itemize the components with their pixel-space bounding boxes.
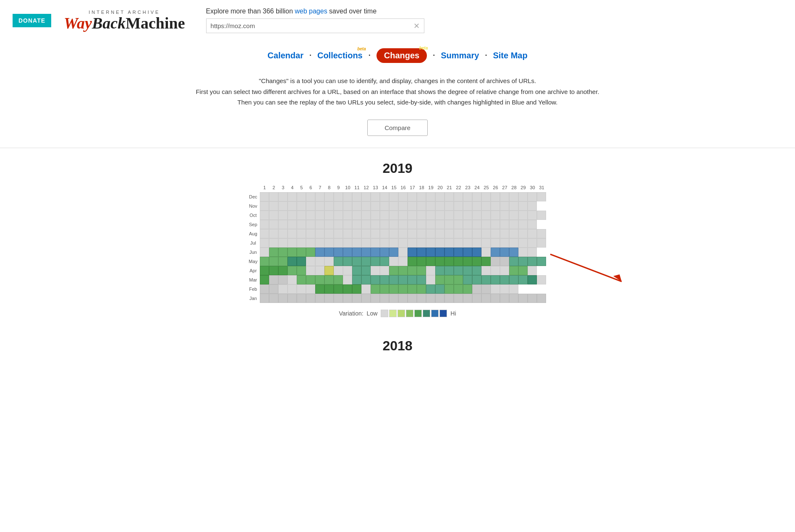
- cal-cell-may-26[interactable]: [491, 257, 500, 266]
- cal-cell-aug-8[interactable]: [324, 229, 334, 238]
- cal-cell-jun-2[interactable]: [269, 248, 278, 257]
- cal-cell-apr-14[interactable]: [380, 266, 389, 275]
- cal-cell-may-19[interactable]: [426, 257, 435, 266]
- cal-cell-jun-30[interactable]: [528, 248, 537, 257]
- cal-cell-may-16[interactable]: [398, 257, 408, 266]
- cal-cell-sep-2[interactable]: [269, 220, 278, 229]
- cal-cell-jun-28[interactable]: [509, 248, 518, 257]
- cal-cell-jan-28[interactable]: [509, 294, 518, 303]
- cal-cell-jun-19[interactable]: [426, 248, 435, 257]
- cal-cell-nov-21[interactable]: [445, 201, 454, 211]
- cal-cell-may-25[interactable]: [481, 257, 491, 266]
- cal-cell-mar-19[interactable]: [426, 275, 435, 284]
- cal-cell-mar-14[interactable]: [380, 275, 389, 284]
- cal-cell-feb-5[interactable]: [297, 284, 306, 294]
- cal-cell-jul-21[interactable]: [445, 238, 454, 248]
- cal-cell-feb-4[interactable]: [288, 284, 297, 294]
- cal-cell-jul-18[interactable]: [417, 238, 426, 248]
- cal-cell-jun-25[interactable]: [481, 248, 491, 257]
- cal-cell-may-1[interactable]: [260, 257, 269, 266]
- cal-cell-may-29[interactable]: [518, 257, 528, 266]
- cal-cell-jul-22[interactable]: [454, 238, 463, 248]
- cal-cell-mar-30[interactable]: [528, 275, 537, 284]
- cal-cell-dec-5[interactable]: [297, 192, 306, 201]
- cal-cell-dec-3[interactable]: [278, 192, 288, 201]
- cal-cell-feb-9[interactable]: [334, 284, 343, 294]
- donate-button[interactable]: DONATE: [13, 14, 51, 27]
- url-search-input[interactable]: [207, 19, 409, 33]
- cal-cell-sep-1[interactable]: [260, 220, 269, 229]
- cal-cell-oct-26[interactable]: [491, 211, 500, 220]
- cal-cell-aug-27[interactable]: [500, 229, 509, 238]
- cal-cell-jul-19[interactable]: [426, 238, 435, 248]
- cal-cell-nov-8[interactable]: [324, 201, 334, 211]
- cal-cell-oct-31[interactable]: [537, 211, 546, 220]
- cal-cell-feb-18[interactable]: [417, 284, 426, 294]
- cal-cell-aug-14[interactable]: [380, 229, 389, 238]
- cal-cell-jan-24[interactable]: [472, 294, 481, 303]
- cal-cell-oct-21[interactable]: [445, 211, 454, 220]
- cal-cell-dec-6[interactable]: [306, 192, 315, 201]
- cal-cell-apr-24[interactable]: [472, 266, 481, 275]
- cal-cell-apr-19[interactable]: [426, 266, 435, 275]
- cal-cell-oct-13[interactable]: [371, 211, 380, 220]
- cal-cell-apr-25[interactable]: [481, 266, 491, 275]
- cal-cell-jul-25[interactable]: [481, 238, 491, 248]
- cal-cell-sep-22[interactable]: [454, 220, 463, 229]
- cal-cell-may-4[interactable]: [288, 257, 297, 266]
- cal-cell-feb-10[interactable]: [343, 284, 352, 294]
- cal-cell-mar-24[interactable]: [472, 275, 481, 284]
- cal-cell-aug-25[interactable]: [481, 229, 491, 238]
- cal-cell-mar-12[interactable]: [361, 275, 371, 284]
- cal-cell-may-9[interactable]: [334, 257, 343, 266]
- cal-cell-may-11[interactable]: [352, 257, 361, 266]
- cal-cell-jun-4[interactable]: [288, 248, 297, 257]
- cal-cell-oct-11[interactable]: [352, 211, 361, 220]
- cal-cell-may-10[interactable]: [343, 257, 352, 266]
- cal-cell-aug-11[interactable]: [352, 229, 361, 238]
- cal-cell-nov-23[interactable]: [463, 201, 472, 211]
- cal-cell-oct-7[interactable]: [315, 211, 324, 220]
- cal-cell-apr-22[interactable]: [454, 266, 463, 275]
- cal-cell-feb-2[interactable]: [269, 284, 278, 294]
- cal-cell-apr-18[interactable]: [417, 266, 426, 275]
- cal-cell-dec-19[interactable]: [426, 192, 435, 201]
- cal-cell-nov-19[interactable]: [426, 201, 435, 211]
- cal-cell-sep-28[interactable]: [509, 220, 518, 229]
- cal-cell-sep-5[interactable]: [297, 220, 306, 229]
- cal-cell-apr-4[interactable]: [288, 266, 297, 275]
- cal-cell-jan-15[interactable]: [389, 294, 398, 303]
- cal-cell-jul-29[interactable]: [518, 238, 528, 248]
- cal-cell-may-30[interactable]: [528, 257, 537, 266]
- cal-cell-feb-8[interactable]: [324, 284, 334, 294]
- cal-cell-mar-3[interactable]: [278, 275, 288, 284]
- cal-cell-may-27[interactable]: [500, 257, 509, 266]
- cal-cell-jul-14[interactable]: [380, 238, 389, 248]
- nav-collections[interactable]: beta Collections: [317, 51, 363, 60]
- cal-cell-jun-15[interactable]: [389, 248, 398, 257]
- cal-cell-sep-20[interactable]: [435, 220, 445, 229]
- cal-cell-jun-12[interactable]: [361, 248, 371, 257]
- cal-cell-jul-12[interactable]: [361, 238, 371, 248]
- cal-cell-may-7[interactable]: [315, 257, 324, 266]
- cal-cell-jan-23[interactable]: [463, 294, 472, 303]
- cal-cell-may-22[interactable]: [454, 257, 463, 266]
- cal-cell-mar-11[interactable]: [352, 275, 361, 284]
- cal-cell-aug-9[interactable]: [334, 229, 343, 238]
- cal-cell-dec-15[interactable]: [389, 192, 398, 201]
- cal-cell-dec-28[interactable]: [509, 192, 518, 201]
- cal-cell-sep-29[interactable]: [518, 220, 528, 229]
- cal-cell-apr-26[interactable]: [491, 266, 500, 275]
- cal-cell-dec-16[interactable]: [398, 192, 408, 201]
- cal-cell-may-12[interactable]: [361, 257, 371, 266]
- cal-cell-jan-3[interactable]: [278, 294, 288, 303]
- cal-cell-jul-13[interactable]: [371, 238, 380, 248]
- cal-cell-nov-6[interactable]: [306, 201, 315, 211]
- cal-cell-mar-22[interactable]: [454, 275, 463, 284]
- cal-cell-jul-28[interactable]: [509, 238, 518, 248]
- cal-cell-apr-17[interactable]: [408, 266, 417, 275]
- cal-cell-nov-18[interactable]: [417, 201, 426, 211]
- cal-cell-jan-14[interactable]: [380, 294, 389, 303]
- cal-cell-mar-5[interactable]: [297, 275, 306, 284]
- cal-cell-nov-30[interactable]: [528, 201, 537, 211]
